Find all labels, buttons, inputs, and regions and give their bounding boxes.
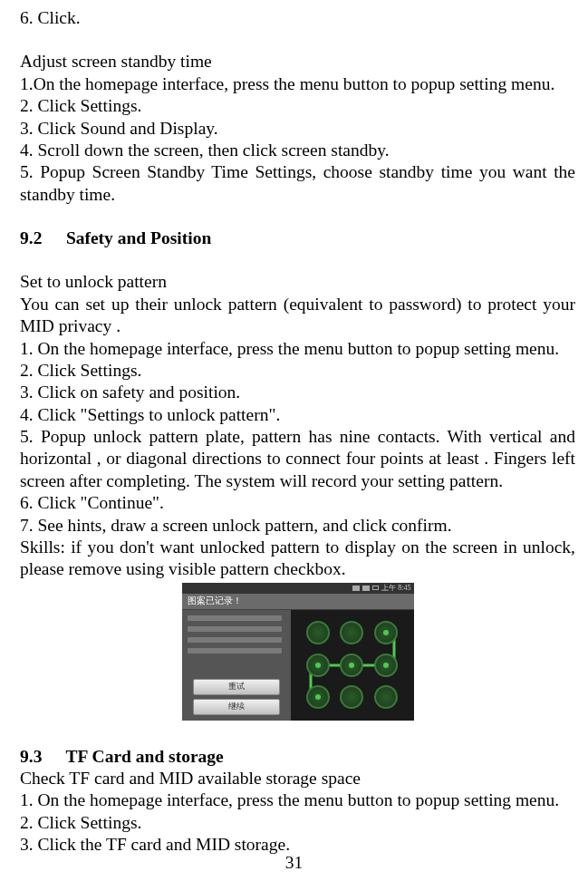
phone-title-text: 图案已记录！ <box>182 594 414 609</box>
adjust-step-5: 5. Popup Screen Standby Time Settings, c… <box>20 161 575 206</box>
pattern-panel <box>291 610 414 721</box>
pattern-grid <box>302 617 403 713</box>
tf-step-1: 1. On the homepage interface, press the … <box>20 789 575 811</box>
unlock-step-6: 6. Click "Continue". <box>20 492 575 514</box>
unlock-step-1: 1. On the homepage interface, press the … <box>20 338 575 360</box>
pattern-dot <box>374 653 398 677</box>
unlock-step-5: 5. Popup unlock pattern plate, pattern h… <box>20 426 575 492</box>
pattern-dot <box>306 621 330 644</box>
section-9-3-number: 9.3 <box>20 746 62 768</box>
instruction-stripe <box>188 637 282 643</box>
unlock-intro: You can set up their unlock pattern (equ… <box>20 294 575 338</box>
signal-icon <box>352 586 360 591</box>
unlock-step-4: 4. Click "Settings to unlock pattern". <box>20 404 575 426</box>
instruction-stripe <box>188 648 282 653</box>
unlock-step-2: 2. Click Settings. <box>20 360 575 382</box>
instruction-lines <box>188 615 282 653</box>
instruction-stripe <box>188 615 282 621</box>
adjust-step-4: 4. Scroll down the screen, then click sc… <box>20 140 575 161</box>
pattern-dot <box>340 621 363 644</box>
adjust-step-2: 2. Click Settings. <box>20 95 575 117</box>
pattern-dot <box>306 685 330 709</box>
status-time: 上午 8:45 <box>381 584 410 593</box>
adjust-step-3: 3. Click Sound and Display. <box>20 118 575 140</box>
tf-heading: Check TF card and MID available storage … <box>20 768 575 789</box>
tf-step-2: 2. Click Settings. <box>20 812 575 834</box>
phone-status-bar: 上午 8:45 <box>182 583 414 594</box>
instruction-stripe <box>188 626 282 632</box>
pattern-dot <box>374 685 398 709</box>
unlock-step-3: 3. Click on safety and position. <box>20 382 575 403</box>
adjust-step-1: 1.On the homepage interface, press the m… <box>20 73 575 95</box>
continue-button: 继续 <box>193 699 280 715</box>
pattern-dot <box>306 653 330 677</box>
unlock-skills: Skills: if you don't want unlocked patte… <box>20 537 575 581</box>
section-9-2-heading: 9.2 Safety and Position <box>20 228 575 249</box>
pattern-dot <box>374 621 398 644</box>
section-9-2-number: 9.2 <box>20 228 62 249</box>
phone-screenshot: 上午 8:45 图案已记录！ 重试 继续 <box>182 583 414 721</box>
pattern-dot <box>340 685 363 709</box>
section-9-3-heading: 9.3 TF Card and storage <box>20 746 575 768</box>
wifi-icon <box>362 586 370 591</box>
step-6-click: 6. Click. <box>20 7 575 29</box>
battery-icon <box>372 586 379 590</box>
adjust-standby-heading: Adjust screen standby time <box>20 51 575 73</box>
phone-left-panel: 重试 继续 <box>182 610 291 721</box>
unlock-step-7: 7. See hints, draw a screen unlock patte… <box>20 515 575 537</box>
page-number: 31 <box>0 852 588 874</box>
retry-button: 重试 <box>193 679 280 695</box>
section-9-3-title: TF Card and storage <box>66 747 224 766</box>
pattern-dot <box>340 653 363 677</box>
section-9-2-title: Safety and Position <box>66 228 211 247</box>
unlock-heading: Set to unlock pattern <box>20 271 575 293</box>
phone-title-bar: 图案已记录！ <box>182 594 414 610</box>
